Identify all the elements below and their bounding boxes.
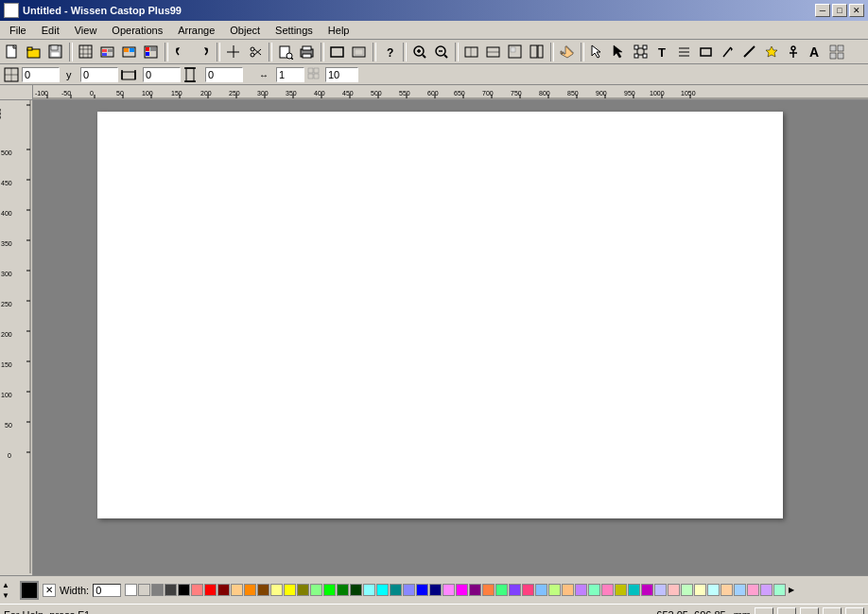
grid-button3[interactable]	[141, 42, 162, 62]
more-button[interactable]	[826, 42, 847, 62]
current-color[interactable]	[20, 581, 39, 600]
swatch-black[interactable]	[178, 584, 190, 596]
swatch-cyan[interactable]	[376, 584, 389, 596]
swatch-blush[interactable]	[668, 584, 680, 596]
swatch-lilac[interactable]	[760, 584, 773, 596]
node-tool[interactable]	[631, 42, 651, 62]
swatch-gray[interactable]	[151, 584, 164, 596]
swatch-seafoam[interactable]	[773, 584, 786, 596]
hand-button[interactable]	[557, 42, 578, 62]
status-btn1[interactable]	[755, 607, 773, 615]
minimize-button[interactable]: ─	[815, 4, 830, 17]
pen-tool[interactable]	[718, 42, 738, 62]
swatch-peach[interactable]	[562, 584, 574, 596]
view1-button[interactable]	[461, 42, 482, 62]
swatch-ltgray[interactable]	[138, 584, 150, 596]
grid-button2[interactable]	[119, 42, 140, 62]
special-tool[interactable]	[761, 42, 782, 62]
grid-input[interactable]	[325, 67, 358, 82]
menu-help[interactable]: Help	[321, 21, 357, 39]
redo-button[interactable]	[193, 42, 214, 62]
swatch-yellow[interactable]	[284, 584, 296, 596]
select-tool[interactable]	[609, 42, 630, 62]
close-button[interactable]: ✕	[849, 4, 864, 17]
w-input[interactable]	[143, 67, 181, 82]
frame2-button[interactable]	[349, 42, 370, 62]
status-btn5[interactable]	[845, 607, 864, 615]
grid-button1[interactable]	[97, 42, 118, 62]
zoom-out-button[interactable]	[431, 42, 452, 62]
print-button[interactable]	[297, 42, 318, 62]
swatch-periwinkle[interactable]	[654, 584, 667, 596]
swatch-dkorange[interactable]	[257, 584, 269, 596]
scissors-button[interactable]	[245, 42, 266, 62]
x-input[interactable]	[22, 67, 60, 82]
swatch-dkyellow[interactable]	[297, 584, 309, 596]
h-input[interactable]	[205, 67, 243, 82]
palette-scroll-left[interactable]: ▲ ▼	[2, 578, 17, 603]
swatch-ltgreen[interactable]	[310, 584, 322, 596]
view2-button[interactable]	[483, 42, 504, 62]
swatch-lightrose[interactable]	[747, 584, 759, 596]
status-btn4[interactable]	[823, 607, 842, 615]
swatch-ltorange[interactable]	[231, 584, 243, 596]
swatch-pink[interactable]	[522, 584, 534, 596]
menu-file[interactable]: File	[2, 21, 34, 39]
swatch-purple[interactable]	[509, 584, 521, 596]
menu-edit[interactable]: Edit	[34, 21, 67, 39]
lines-tool[interactable]	[674, 42, 695, 62]
menu-operations[interactable]: Operations	[104, 21, 170, 39]
crosshair-button[interactable]	[223, 42, 244, 62]
text-tool[interactable]: T	[652, 42, 673, 62]
swatch-red[interactable]	[204, 584, 217, 596]
swatch-blue[interactable]	[416, 584, 428, 596]
swatch-violet[interactable]	[641, 584, 653, 596]
text2-tool[interactable]: A	[805, 42, 825, 62]
y-input[interactable]	[80, 67, 118, 82]
swatch-ltcyan[interactable]	[363, 584, 375, 596]
canvas-page[interactable]	[97, 112, 783, 518]
swatch-dkcyan[interactable]	[390, 584, 402, 596]
save-button[interactable]	[45, 42, 66, 62]
help-button[interactable]: ?	[379, 42, 400, 62]
swatch-ltred[interactable]	[191, 584, 203, 596]
open-button[interactable]	[24, 42, 44, 62]
menu-view[interactable]: View	[67, 21, 105, 39]
status-btn2[interactable]	[777, 607, 796, 615]
zoom-in-button[interactable]	[409, 42, 430, 62]
menu-object[interactable]: Object	[222, 21, 268, 39]
anchor-tool[interactable]	[783, 42, 804, 62]
swatch-dkmagenta[interactable]	[469, 584, 481, 596]
swatch-magenta[interactable]	[456, 584, 468, 596]
view4-button[interactable]	[527, 42, 547, 62]
swatch-dkred[interactable]	[217, 584, 230, 596]
swatch-buff[interactable]	[720, 584, 733, 596]
swatch-palecyan[interactable]	[707, 584, 720, 596]
rect-tool[interactable]	[696, 42, 717, 62]
swatch-olive[interactable]	[615, 584, 627, 596]
swatch-aqua[interactable]	[588, 584, 600, 596]
swatch-coral[interactable]	[482, 584, 495, 596]
no-color-button[interactable]: ✕	[43, 584, 56, 597]
swatch-skyblue[interactable]	[535, 584, 547, 596]
maximize-button[interactable]: □	[832, 4, 847, 17]
swatch-paleyellow[interactable]	[694, 584, 706, 596]
undo-button[interactable]	[171, 42, 192, 62]
swatch-orange[interactable]	[244, 584, 256, 596]
swatch-lightsky[interactable]	[734, 584, 746, 596]
status-btn3[interactable]	[800, 607, 819, 615]
step-input[interactable]	[276, 67, 304, 82]
palette-scroll-right[interactable]: ▶	[789, 586, 794, 594]
view3-button[interactable]	[505, 42, 526, 62]
swatch-rose[interactable]	[601, 584, 614, 596]
pointer-tool[interactable]	[587, 42, 608, 62]
canvas-viewport[interactable]	[33, 100, 868, 575]
swatch-palegreen[interactable]	[681, 584, 693, 596]
swatch-lime[interactable]	[548, 584, 561, 596]
line-tool[interactable]	[739, 42, 760, 62]
swatch-mint[interactable]	[495, 584, 508, 596]
menu-settings[interactable]: Settings	[268, 21, 321, 39]
swatch-dkgreen[interactable]	[337, 584, 349, 596]
swatch-ltmagenta[interactable]	[443, 584, 455, 596]
width-value[interactable]	[93, 584, 121, 597]
